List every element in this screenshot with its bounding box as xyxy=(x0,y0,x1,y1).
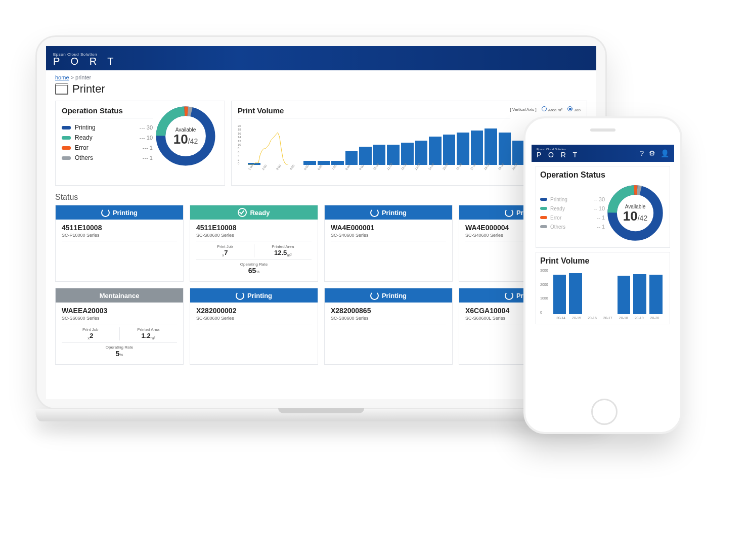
phone-chart-bar xyxy=(569,273,582,314)
card-status: Printing xyxy=(56,205,183,220)
printer-id: X282000002 xyxy=(196,307,312,315)
card-status: Printing xyxy=(190,288,318,303)
printer-id: WAEEA20003 xyxy=(62,307,177,315)
legend-area[interactable]: Area m² xyxy=(542,106,562,112)
breadcrumb: home > printer xyxy=(46,70,596,80)
spinner-icon xyxy=(505,291,513,300)
status-section-title: Status xyxy=(46,186,596,205)
status-swatch xyxy=(62,126,71,130)
status-swatch xyxy=(62,156,71,160)
phone-availability-donut: Available 10/42 xyxy=(605,183,666,243)
card-status: Printing xyxy=(325,288,452,303)
spinner-icon xyxy=(370,291,379,300)
brand-sub: Epson Cloud Solution xyxy=(53,52,118,57)
available-count: 10 xyxy=(173,132,188,147)
help-icon[interactable]: ? xyxy=(640,149,644,157)
spinner-icon xyxy=(236,291,244,300)
card-status: Mentainance xyxy=(56,288,183,303)
status-row: Error --- 1 xyxy=(62,143,153,153)
phone-operation-status: Operation Status Printing -- 30 Ready --… xyxy=(536,166,670,248)
phone-header: Epson Cloud Solution P O R T ? ⚙ 👤 xyxy=(532,145,674,162)
brand-name: P O R T xyxy=(53,56,118,67)
printer-id: WA4E000001 xyxy=(331,224,446,232)
status-row: Ready --- 10 xyxy=(62,133,153,143)
operation-status-title: Operation Status xyxy=(62,106,153,118)
printer-card[interactable]: Printing 4511E10008 SC-P10000 Series xyxy=(55,205,184,282)
printer-series: SC-S80600 Series xyxy=(331,316,446,324)
printer-card[interactable]: Mentainance WAEEA20003 SC-S60600 Series … xyxy=(55,288,184,365)
phone-status-row: Printing -- 30 xyxy=(540,195,605,204)
breadcrumb-home[interactable]: home xyxy=(55,74,69,80)
printer-card[interactable]: Printing X282000865 SC-S80600 Series xyxy=(324,288,453,365)
phone-status-row: Others -- 1 xyxy=(540,222,605,231)
status-swatch xyxy=(62,136,71,140)
printer-card[interactable]: Ready 4511E10008 SC-S80600 Series Print … xyxy=(190,205,318,282)
phone-mock: Epson Cloud Solution P O R T ? ⚙ 👤 Opera… xyxy=(523,116,682,434)
phone-print-volume: Print Volume 3000200010000 20-1420-1520-… xyxy=(536,252,670,324)
printer-card[interactable]: Printing X282000002 SC-S80600 Series xyxy=(190,288,318,365)
phone-chart-bar xyxy=(553,275,566,314)
breadcrumb-page: printer xyxy=(75,74,91,80)
check-icon xyxy=(238,208,247,217)
printer-id: 4511E10008 xyxy=(62,224,177,232)
printer-series: SC-S80600 Series xyxy=(196,233,312,241)
print-volume-legend: [ Vertical Axis ] Area m² Job xyxy=(510,106,581,112)
printer-series: SC-S80600 Series xyxy=(196,316,312,324)
phone-chart-bar xyxy=(649,275,663,314)
page-title: Printer xyxy=(46,80,596,101)
printer-id: 4511E10008 xyxy=(196,224,312,232)
legend-job[interactable]: Job xyxy=(567,106,581,112)
app-header: Epson Cloud Solution P O R T xyxy=(46,46,596,70)
printer-series: SC-S60600 Series xyxy=(62,316,177,324)
status-swatch xyxy=(62,146,71,150)
availability-donut: Available 10/42 xyxy=(153,103,218,169)
user-icon[interactable]: 👤 xyxy=(661,149,669,157)
status-row: Printing --- 30 xyxy=(62,122,153,133)
spinner-icon xyxy=(370,208,379,217)
printer-series: SC-S40600 Series xyxy=(331,233,446,241)
phone-status-row: Error -- 1 xyxy=(540,213,605,222)
print-volume-title: Print Volume xyxy=(238,106,510,118)
card-status: Ready xyxy=(190,205,318,220)
printer-id: X282000865 xyxy=(331,307,446,315)
printer-card[interactable]: Printing WA4E000001 SC-S40600 Series xyxy=(324,205,453,282)
card-status: Printing xyxy=(325,205,452,220)
printer-series: SC-P10000 Series xyxy=(62,233,177,241)
spinner-icon xyxy=(505,208,513,217)
spinner-icon xyxy=(101,208,110,217)
operation-status-panel: Operation Status Printing --- 30 Ready -… xyxy=(55,101,225,186)
phone-chart-bar xyxy=(633,274,646,315)
printer-icon xyxy=(55,83,68,95)
status-row: Others --- 1 xyxy=(62,153,153,163)
phone-chart-bar xyxy=(618,276,631,315)
gear-icon[interactable]: ⚙ xyxy=(649,149,655,157)
phone-status-row: Ready -- 10 xyxy=(540,204,605,213)
